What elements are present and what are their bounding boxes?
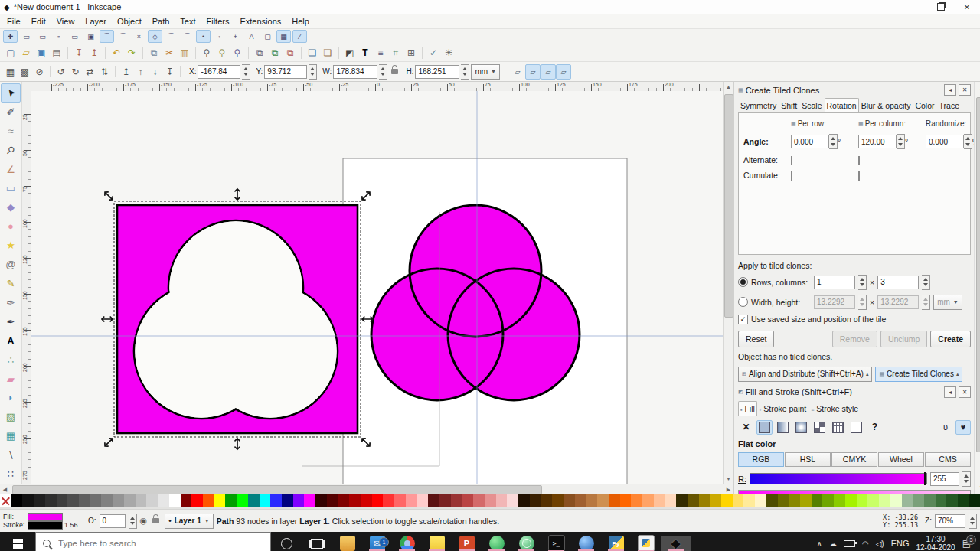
tab-stroke-style[interactable]: ≡ Stroke style xyxy=(808,401,861,416)
horizontal-scroll-thumb[interactable] xyxy=(12,485,542,494)
create-clone-icon[interactable]: ⧉ xyxy=(267,46,283,60)
minimize-button[interactable]: — xyxy=(902,0,928,14)
taskbar-app-atom[interactable] xyxy=(511,536,541,551)
cumulate-row-checkbox[interactable] xyxy=(791,171,792,181)
layer-select[interactable]: • Layer 1 ▼ xyxy=(165,514,213,529)
angle-per-row-input[interactable]: 0.000 xyxy=(791,135,829,148)
palette-swatch[interactable] xyxy=(620,494,632,507)
zoom-drawing-icon[interactable]: ⚲ xyxy=(214,46,230,60)
layer-visibility-icon[interactable]: ◉ xyxy=(140,516,148,526)
tool-paint-bucket[interactable]: ◗ xyxy=(1,389,21,408)
h-input[interactable]: 168.251 xyxy=(415,65,459,79)
xml-editor-icon[interactable]: ⌗ xyxy=(388,46,403,60)
palette-swatch[interactable] xyxy=(338,494,350,507)
mode-tab-wheel[interactable]: Wheel xyxy=(878,452,924,467)
palette-swatch[interactable] xyxy=(958,494,969,507)
cut-icon[interactable]: ✂ xyxy=(162,46,177,60)
linear-gradient-button[interactable] xyxy=(775,420,791,435)
r-value-spinner[interactable] xyxy=(962,471,971,487)
taskbar-app-python-file[interactable] xyxy=(631,535,661,551)
palette-swatch[interactable] xyxy=(507,494,518,507)
palette-swatch[interactable] xyxy=(203,494,214,507)
tool-gradient[interactable]: ▧ xyxy=(1,407,21,426)
lower-to-bottom-icon[interactable]: ↧ xyxy=(162,65,177,79)
mode-tab-hsl[interactable]: HSL xyxy=(785,452,831,467)
layers-dialog-icon[interactable]: ≡ xyxy=(373,46,388,60)
restore-button[interactable] xyxy=(928,0,954,14)
rows-spinner[interactable] xyxy=(858,275,867,290)
palette-swatch[interactable] xyxy=(766,494,778,507)
cortana-button[interactable] xyxy=(271,532,302,551)
search-input[interactable] xyxy=(57,538,263,549)
palette-swatch[interactable] xyxy=(428,494,439,507)
create-button[interactable]: Create xyxy=(930,331,971,347)
align-dialog-icon[interactable]: ⊞ xyxy=(403,46,419,60)
rotate-90-ccw-icon[interactable]: ↺ xyxy=(54,65,68,79)
palette-swatch[interactable] xyxy=(586,494,597,507)
new-document-icon[interactable]: ▢ xyxy=(3,46,18,60)
unlink-clone-icon[interactable]: ⧉ xyxy=(283,46,298,60)
snap-page-border[interactable]: ▢ xyxy=(260,30,275,43)
palette-swatch[interactable] xyxy=(260,494,271,507)
taskbar-app-sticky-notes[interactable] xyxy=(422,536,452,551)
panel-close-icon[interactable]: ✕ xyxy=(959,84,971,96)
tool-rectangle[interactable]: ▭ xyxy=(1,179,21,198)
palette-swatch[interactable] xyxy=(721,494,733,507)
tool-zoom[interactable]: ⚲ xyxy=(1,141,21,160)
paste-icon[interactable]: ▥ xyxy=(177,46,192,60)
w-input[interactable]: 178.834 xyxy=(333,65,377,79)
palette-swatch[interactable] xyxy=(293,494,305,507)
tab-rotation[interactable]: Rotation xyxy=(825,98,859,113)
palette-swatch[interactable] xyxy=(913,494,924,507)
palette-swatch[interactable] xyxy=(564,494,575,507)
snap-enable[interactable]: ✚ xyxy=(3,30,18,43)
remove-button[interactable]: Remove xyxy=(832,331,877,347)
alternate-row-checkbox[interactable] xyxy=(791,156,792,165)
reset-button[interactable]: Reset xyxy=(738,331,774,347)
r-slider[interactable] xyxy=(750,473,927,484)
palette-swatch[interactable] xyxy=(372,494,384,507)
menu-filters[interactable]: Filters xyxy=(201,15,235,28)
angle-randomize-input[interactable]: 0.000 xyxy=(926,135,964,148)
palette-swatch[interactable] xyxy=(485,494,496,507)
palette-swatch[interactable] xyxy=(113,494,124,507)
palette-swatch[interactable] xyxy=(67,494,79,507)
rows-input[interactable]: 1 xyxy=(814,276,855,289)
tile-height-input[interactable]: 13.2292 xyxy=(877,295,919,309)
affect-transform-gradients[interactable]: ▱ xyxy=(556,64,571,80)
create-tiled-clones-dock-button[interactable]: ▦Create Tiled Clones▴ xyxy=(875,367,962,382)
tool-text[interactable]: A xyxy=(1,331,21,350)
tile-unit-select[interactable]: mm▼ xyxy=(933,295,962,310)
palette-swatch[interactable] xyxy=(902,494,913,507)
taskbar-app-browser-sphere[interactable] xyxy=(571,536,601,551)
spellcheck-icon[interactable]: ✓ xyxy=(426,46,441,60)
opacity-input[interactable]: 0 xyxy=(100,514,126,528)
tab-trace[interactable]: Trace xyxy=(937,98,962,113)
angle-per-column-input[interactable]: 120.00 xyxy=(858,135,897,148)
palette-swatch[interactable] xyxy=(800,494,812,507)
snap-grids[interactable]: ▦ xyxy=(276,30,291,43)
snap-nodes[interactable]: ⌒ xyxy=(100,30,114,43)
wifi-icon[interactable]: ◠ xyxy=(862,540,869,548)
palette-swatch[interactable] xyxy=(79,494,90,507)
palette-swatch[interactable] xyxy=(609,494,620,507)
palette-swatch[interactable] xyxy=(191,494,203,507)
zoom-input[interactable]: 70% xyxy=(935,514,965,528)
palette-swatch[interactable] xyxy=(879,494,890,507)
tray-chevron-icon[interactable]: ∧ xyxy=(817,540,822,548)
tool-calligraphy[interactable]: ✒ xyxy=(1,312,21,331)
tool-measure[interactable]: ∠ xyxy=(1,160,21,179)
zoom-spinner[interactable] xyxy=(969,514,977,529)
print-icon[interactable]: ▤ xyxy=(49,46,64,60)
menu-layer[interactable]: Layer xyxy=(80,15,112,28)
scroll-down-icon[interactable]: ∨ xyxy=(975,482,980,492)
palette-swatch[interactable] xyxy=(654,494,665,507)
angle-randomize-spinner[interactable] xyxy=(964,134,972,149)
panel-close-icon[interactable]: ✕ xyxy=(959,386,971,398)
lower-icon[interactable]: ↓ xyxy=(148,65,162,79)
unit-select[interactable]: mm▼ xyxy=(471,64,500,80)
menu-text[interactable]: Text xyxy=(175,15,201,28)
vertical-scrollbar[interactable]: ▲ ▼ xyxy=(723,82,733,484)
mode-tab-rgb[interactable]: RGB xyxy=(738,452,784,467)
palette-swatch[interactable] xyxy=(867,494,879,507)
